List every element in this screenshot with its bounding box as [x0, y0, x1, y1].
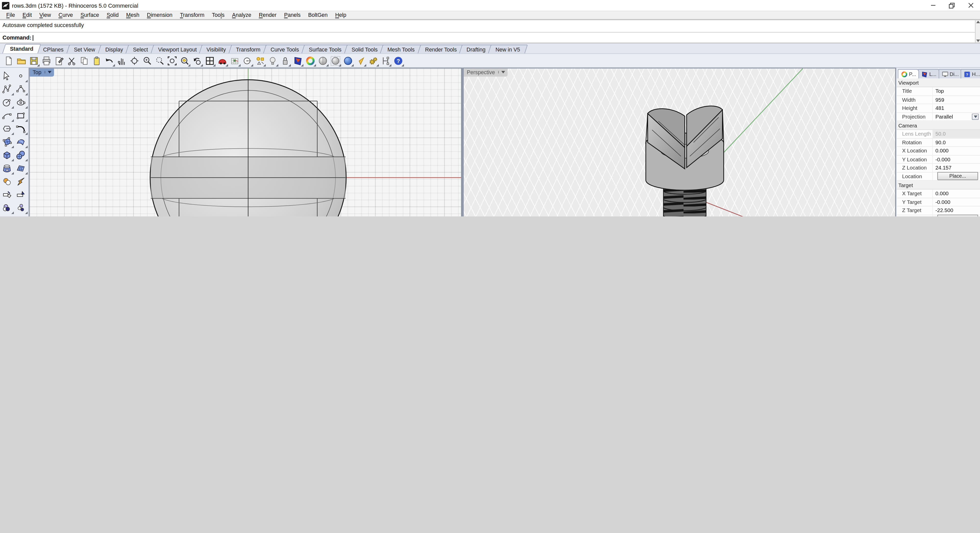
place-button[interactable]: Place... — [937, 172, 978, 180]
restore-button[interactable] — [942, 0, 961, 11]
fillet-curve-icon[interactable] — [14, 122, 27, 135]
options-icon[interactable] — [367, 54, 379, 67]
menu-view[interactable]: View — [36, 12, 55, 18]
paste-icon[interactable] — [91, 54, 103, 67]
undo-icon[interactable] — [103, 54, 116, 67]
cylinder-icon[interactable] — [0, 162, 14, 174]
rectangle-icon[interactable] — [14, 109, 27, 122]
shaded-viewport-icon[interactable] — [317, 54, 329, 67]
box-icon[interactable] — [0, 149, 14, 161]
point-icon[interactable] — [14, 70, 27, 82]
polyline-icon[interactable] — [0, 83, 14, 95]
sphere-icon[interactable] — [14, 149, 27, 161]
minimize-button[interactable] — [923, 0, 942, 11]
explode-icon[interactable] — [14, 175, 27, 187]
undo-view-change-icon[interactable] — [191, 54, 204, 67]
copy-icon[interactable] — [78, 54, 90, 67]
cut-icon[interactable] — [65, 54, 78, 67]
save-icon[interactable] — [27, 54, 40, 67]
menu-help[interactable]: Help — [331, 12, 350, 18]
menu-curve[interactable]: Curve — [55, 12, 77, 18]
toolbar-tab-viewport-layout[interactable]: Viewport Layout — [150, 44, 204, 53]
command-scrollbar[interactable] — [975, 20, 980, 43]
object-properties-icon[interactable] — [304, 54, 317, 67]
arc-icon[interactable] — [0, 109, 14, 122]
trim-icon[interactable] — [0, 188, 14, 201]
surface-curves-icon[interactable] — [14, 136, 27, 148]
panel-row-value[interactable]: 24.157 — [933, 164, 980, 172]
new-file-icon[interactable] — [3, 54, 15, 67]
rebuild-curve-icon[interactable] — [14, 215, 27, 216]
control-points-icon[interactable] — [241, 54, 254, 67]
lock-objects-icon[interactable] — [279, 54, 291, 67]
menu-dimension[interactable]: Dimension — [143, 12, 176, 18]
toolbar-tab-curve-tools[interactable]: Curve Tools — [263, 44, 307, 53]
panel-row-value[interactable]: 481 — [933, 104, 980, 112]
help-icon[interactable]: ? — [392, 54, 404, 67]
object-color-icon[interactable] — [0, 201, 14, 214]
toolbar-tab-cplanes[interactable]: CPlanes — [36, 44, 72, 53]
panel-row-value[interactable]: -0.000 — [933, 155, 980, 163]
panel-tab-h[interactable]: ?H... — [961, 69, 980, 79]
toolbar-tab-solid-tools[interactable]: Solid Tools — [344, 44, 385, 53]
viewport-label-perspective[interactable]: Perspective — [464, 68, 508, 76]
dimension-icon[interactable] — [379, 54, 392, 67]
zoom-selected-icon[interactable] — [178, 54, 191, 67]
command-history[interactable]: Autosave completed successfully — [0, 20, 980, 33]
toolbar-tab-surface-tools[interactable]: Surface Tools — [301, 44, 349, 53]
export-icon[interactable] — [53, 54, 65, 67]
mesh-surface-icon[interactable] — [14, 162, 27, 174]
zoom-window-icon[interactable] — [153, 54, 166, 67]
pan-icon[interactable] — [116, 54, 128, 67]
menu-panels[interactable]: Panels — [280, 12, 304, 18]
viewport-label-top[interactable]: Top — [30, 68, 54, 76]
menu-mesh[interactable]: Mesh — [123, 12, 143, 18]
panel-row-value[interactable]: Top — [933, 87, 980, 95]
menu-file[interactable]: File — [3, 12, 19, 18]
panel-row-value[interactable]: -22.500 — [933, 206, 980, 214]
zoom-extents-icon[interactable] — [166, 54, 178, 67]
projection-dropdown[interactable] — [972, 113, 979, 120]
menu-tools[interactable]: Tools — [208, 12, 228, 18]
layers-icon[interactable] — [291, 54, 304, 67]
panel-row-value[interactable]: 50.0 — [933, 130, 980, 138]
toolbar-tab-set-view[interactable]: Set View — [66, 44, 103, 53]
viewport-layout-icon[interactable] — [204, 54, 216, 67]
adjust-curve-icon[interactable] — [0, 215, 14, 216]
show-objects-icon[interactable] — [266, 54, 279, 67]
menu-render[interactable]: Render — [255, 12, 280, 18]
render-preview-icon[interactable] — [329, 54, 342, 67]
menu-transform[interactable]: Transform — [176, 12, 208, 18]
command-prompt[interactable]: Command: — [0, 33, 980, 43]
panel-row-value[interactable]: 959 — [933, 95, 980, 103]
control-curve-icon[interactable] — [14, 83, 27, 95]
print-icon[interactable] — [40, 54, 53, 67]
toolbar-tab-transform[interactable]: Transform — [228, 44, 268, 53]
layer-color-icon[interactable] — [14, 201, 27, 214]
panel-tab-p[interactable]: P... — [897, 69, 919, 79]
panel-row-value[interactable]: 0.000 — [933, 147, 980, 155]
menu-edit[interactable]: Edit — [19, 12, 36, 18]
menu-analyze[interactable]: Analyze — [228, 12, 255, 18]
scroll-down-icon[interactable] — [976, 40, 980, 42]
scroll-up-icon[interactable] — [976, 21, 980, 23]
toolbar-tab-new-in-v5[interactable]: New in V5 — [488, 44, 528, 53]
panel-tab-di[interactable]: Di... — [939, 69, 962, 79]
menu-solid[interactable]: Solid — [103, 12, 123, 18]
join-icon[interactable] — [0, 175, 14, 187]
open-file-icon[interactable] — [15, 54, 27, 67]
surface-points-icon[interactable] — [0, 136, 14, 148]
viewport-top[interactable]: Top y x — [29, 68, 461, 216]
viewport-menu-arrow[interactable] — [45, 71, 54, 73]
ellipse-icon[interactable] — [14, 96, 27, 109]
close-button[interactable] — [961, 0, 980, 11]
toolbar-tab-standard[interactable]: Standard — [2, 44, 41, 53]
move-icon[interactable] — [216, 54, 229, 67]
menu-boltgen[interactable]: BoltGen — [304, 12, 331, 18]
zoom-dynamic-icon[interactable] — [141, 54, 153, 67]
menu-surface[interactable]: Surface — [77, 12, 103, 18]
place-button[interactable]: Place... — [937, 215, 978, 216]
circle-icon[interactable] — [0, 96, 14, 109]
viewport-menu-arrow[interactable] — [498, 71, 508, 73]
panel-row-value[interactable]: 0.000 — [933, 190, 980, 198]
